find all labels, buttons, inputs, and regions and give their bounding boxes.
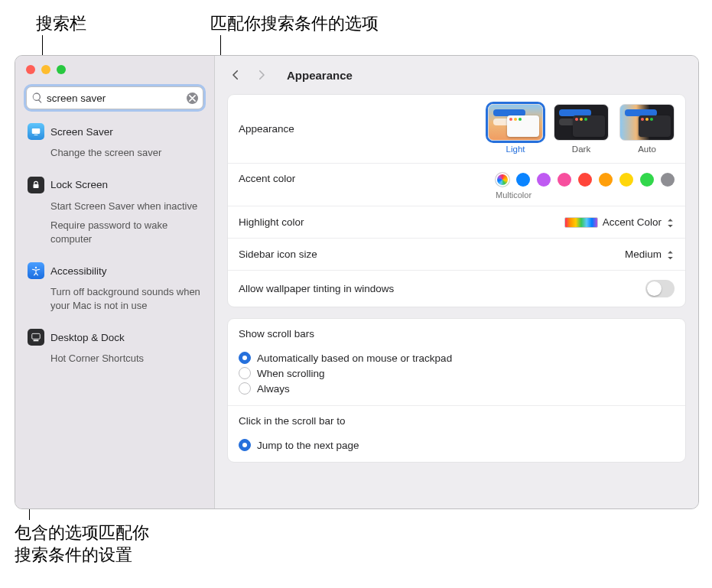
content-scroll[interactable]: Appearance Light (215, 94, 698, 508)
radio-label: Automatically based on mouse or trackpad (257, 352, 452, 364)
radio-option[interactable]: Automatically based on mouse or trackpad (239, 350, 452, 365)
result-group-lock-screen: Lock Screen Start Screen Saver when inac… (23, 174, 206, 249)
radio-label: When scrolling (257, 368, 325, 379)
search-result-item[interactable]: Start Screen Saver when inactive (23, 197, 206, 216)
sidebar-item-accessibility[interactable]: Accessibility (23, 259, 206, 282)
radio-option[interactable]: When scrolling (239, 365, 452, 381)
svg-point-3 (35, 267, 37, 268)
toolbar: Appearance (215, 56, 698, 94)
radio-indicator (239, 367, 251, 379)
result-group-screen-saver: Screen Saver Change the screen saver (23, 120, 206, 163)
search-result-item[interactable]: Hot Corner Shortcuts (23, 349, 206, 369)
page-title: Appearance (287, 69, 353, 82)
search-field[interactable] (26, 86, 203, 109)
sidebar-item-lock-screen[interactable]: Lock Screen (23, 174, 206, 197)
wallpaper-tinting-label: Allow wallpaper tinting in windows (239, 283, 645, 294)
sidebar: Screen Saver Change the screen saver Loc… (15, 56, 215, 508)
radio-indicator (239, 382, 251, 395)
main-content: Appearance Appearance Light (215, 56, 698, 508)
accent-color-label: Accent color (239, 173, 496, 184)
accent-swatches (496, 173, 675, 187)
highlight-color-popup[interactable]: Accent Color (564, 216, 675, 228)
accent-swatch-orange[interactable] (599, 173, 613, 187)
accent-color-row: Accent color Multicolor (228, 164, 685, 206)
close-icon (189, 95, 196, 102)
annotation-matching-items: 匹配你搜索条件的选项 (210, 12, 379, 35)
svg-rect-5 (34, 340, 39, 342)
appearance-light-option[interactable]: Light (488, 104, 543, 154)
sidebar-item-desktop-dock[interactable]: Desktop & Dock (23, 326, 206, 349)
accent-swatch-purple[interactable] (537, 173, 551, 187)
radio-option[interactable]: Jump to the next page (239, 437, 359, 453)
appearance-label: Appearance (239, 123, 488, 135)
accent-swatch-blue[interactable] (516, 173, 530, 187)
appearance-auto-thumb (619, 104, 675, 141)
search-result-item[interactable]: Require password to wake computer (23, 216, 206, 249)
sidebar-item-screen-saver[interactable]: Screen Saver (23, 120, 206, 143)
appearance-dark-thumb (554, 104, 609, 141)
radio-option[interactable]: Always (239, 381, 452, 396)
screensaver-icon (28, 123, 44, 140)
highlight-color-preview (564, 217, 598, 228)
svg-rect-1 (34, 135, 38, 135)
annotation-search-bar: 搜索栏 (36, 12, 86, 35)
radio-label: Jump to the next page (257, 440, 359, 451)
accent-swatch-red[interactable] (578, 173, 592, 187)
result-group-desktop-dock: Desktop & Dock Hot Corner Shortcuts (23, 326, 206, 369)
appearance-row: Appearance Light (228, 95, 685, 164)
appearance-option-label: Dark (572, 145, 590, 154)
click-scroll-radio-group: Jump to the next page (239, 437, 359, 453)
search-results: Screen Saver Change the screen saver Loc… (15, 117, 214, 379)
sidebar-icon-size-row: Sidebar icon size Medium (228, 239, 685, 271)
appearance-light-thumb (488, 104, 543, 141)
wallpaper-tinting-row: Allow wallpaper tinting in windows (228, 271, 685, 307)
annotation-settings-contain: 包含的选项匹配你 搜索条件的设置 (15, 522, 149, 566)
sidebar-icon-size-value: Medium (625, 249, 662, 260)
accent-swatch-multicolor[interactable] (496, 173, 509, 187)
accent-swatch-graphite[interactable] (661, 173, 675, 187)
appearance-option-label: Auto (638, 145, 656, 154)
show-scroll-bars-label: Show scroll bars (239, 328, 314, 339)
accent-swatch-yellow[interactable] (619, 173, 633, 187)
accessibility-icon (28, 262, 44, 279)
forward-button (255, 68, 268, 82)
search-input[interactable] (47, 93, 187, 104)
search-result-item[interactable]: Change the screen saver (23, 143, 206, 163)
svg-rect-0 (32, 128, 41, 134)
wallpaper-tinting-toggle[interactable] (645, 280, 675, 297)
svg-rect-4 (32, 334, 41, 339)
appearance-panel: Appearance Light (227, 94, 686, 307)
scroll-bars-radio-group: Automatically based on mouse or trackpad… (239, 350, 452, 396)
appearance-option-label: Light (506, 145, 525, 154)
lock-icon (28, 177, 44, 193)
radio-label: Always (257, 383, 290, 395)
radio-indicator (239, 439, 251, 451)
highlight-color-label: Highlight color (239, 216, 564, 228)
sidebar-item-label: Lock Screen (50, 179, 108, 190)
search-icon (31, 92, 44, 104)
scroll-panel: Show scroll bars Automatically based on … (227, 318, 686, 463)
window-controls (15, 56, 214, 71)
appearance-options: Light Dark (488, 104, 675, 154)
radio-indicator (239, 352, 251, 364)
accent-swatch-green[interactable] (640, 173, 654, 187)
click-scroll-bar-label: Click in the scroll bar to (239, 415, 346, 427)
sidebar-item-label: Accessibility (50, 265, 107, 277)
appearance-auto-option[interactable]: Auto (619, 104, 675, 154)
back-button[interactable] (229, 68, 242, 82)
desktop-dock-icon (28, 329, 44, 346)
sidebar-icon-size-label: Sidebar icon size (239, 249, 625, 260)
accent-swatch-pink[interactable] (558, 173, 571, 187)
search-result-item[interactable]: Turn off background sounds when your Mac… (23, 282, 206, 315)
sidebar-item-label: Screen Saver (50, 126, 113, 138)
sidebar-icon-size-popup[interactable]: Medium (625, 249, 675, 260)
result-group-accessibility: Accessibility Turn off background sounds… (23, 259, 206, 315)
svg-rect-2 (34, 184, 39, 187)
appearance-dark-option[interactable]: Dark (554, 104, 609, 154)
show-scroll-bars-row: Show scroll bars Automatically based on … (228, 319, 685, 406)
highlight-color-value: Accent Color (603, 216, 662, 228)
click-scroll-bar-row: Click in the scroll bar to Jump to the n… (228, 406, 685, 462)
chevron-updown-icon (666, 217, 675, 228)
clear-search-button[interactable] (187, 93, 198, 104)
chevron-updown-icon (666, 249, 675, 260)
